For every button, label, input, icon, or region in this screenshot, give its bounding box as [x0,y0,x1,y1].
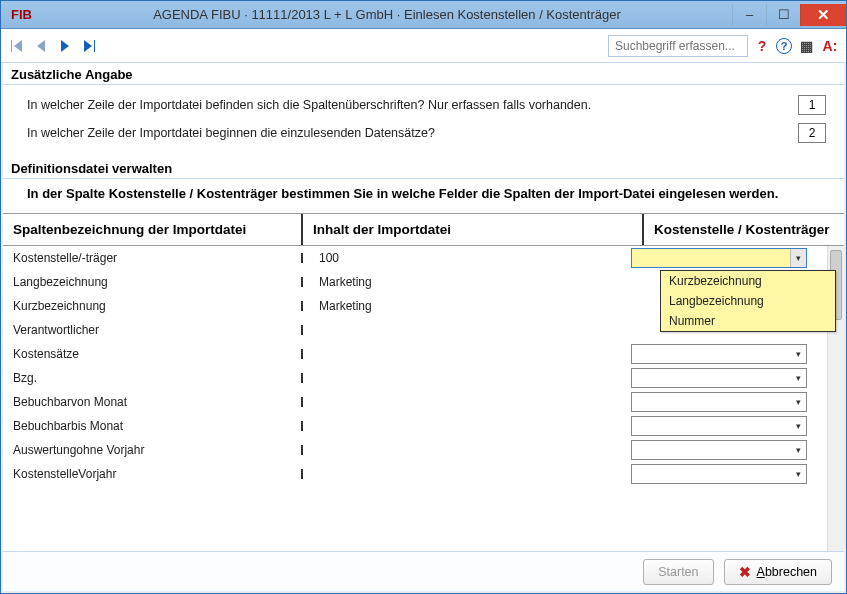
data-row-field: In welcher Zeile der Importdatei beginne… [3,119,844,147]
section-definition-title: Definitionsdatei verwalten [3,157,844,178]
nav-next-icon[interactable] [55,36,75,56]
grid-header-col2: Inhalt der Importdatei [303,214,644,245]
chevron-down-icon: ▾ [790,465,806,483]
cell-mapping: ▾ [631,368,817,388]
chevron-down-icon: ▾ [790,441,806,459]
section-additional-title: Zusätzliche Angabe [3,63,844,84]
window-buttons [732,4,846,26]
start-button[interactable]: Starten [643,559,713,585]
data-row-label: In welcher Zeile der Importdatei beginne… [27,126,788,140]
mapping-dropdown[interactable]: ▾ [631,464,807,484]
cell-import-content: Marketing [303,299,631,313]
content-area: Zusätzliche Angabe In welcher Zeile der … [1,63,846,593]
data-row-input[interactable] [798,123,826,143]
mapping-dropdown[interactable]: ▾ [631,368,807,388]
cell-import-column: Bebuchbarvon Monat [13,395,303,409]
cell-mapping: ▾ [631,392,817,412]
mapping-dropdown[interactable]: ▾ [631,344,807,364]
cell-import-column: Kostenstelle/-träger [13,251,303,265]
grid-header: Spaltenbezeichnung der Importdatei Inhal… [3,213,844,246]
table-row: Bzg.▾ [3,366,827,390]
minimize-button[interactable] [732,4,766,26]
cell-import-column: KostenstelleVorjahr [13,467,303,481]
table-row: Bebuchbarbis Monat▾ [3,414,827,438]
app-window: FIB AGENDA FIBU · 11111/2013 L + L GmbH … [0,0,847,594]
info-icon[interactable]: ? [776,38,792,54]
table-row: KostenstelleVorjahr▾ [3,462,827,486]
cell-import-column: Langbezeichnung [13,275,303,289]
table-row: Kostensätze▾ [3,342,827,366]
mapping-dropdown[interactable]: ▾ [631,416,807,436]
cell-mapping: ▾ [631,344,817,364]
cell-mapping: ▾ [631,416,817,436]
table-row: Bebuchbarvon Monat▾ [3,390,827,414]
mapping-dropdown[interactable]: ▾ [631,440,807,460]
instruction-text: In der Spalte Kostenstelle / Kostenträge… [3,179,844,213]
search-input[interactable] [608,35,748,57]
header-row-input[interactable] [798,95,826,115]
footer: Starten ✖Abbrechen [3,551,844,591]
dropdown-option[interactable]: Langbezeichnung [661,291,835,311]
cell-mapping: ▾ [631,440,817,460]
cell-mapping: ▾ [631,464,817,484]
header-row-label: In welcher Zeile der Importdatei befinde… [27,98,788,112]
cell-import-content: 100 [303,251,631,265]
cell-import-content: Marketing [303,275,631,289]
grid-header-col1: Spaltenbezeichnung der Importdatei [3,214,303,245]
cancel-x-icon: ✖ [739,564,751,580]
grid-body: Kostenstelle/-träger100▾LangbezeichnungM… [3,246,844,551]
cell-import-column: Verantwortlicher [13,323,303,337]
dropdown-popup: KurzbezeichnungLangbezeichnungNummer [660,270,836,332]
grid-header-col3: Kostenstelle / Kostenträger [644,214,844,245]
chevron-down-icon: ▾ [790,393,806,411]
header-row-field: In welcher Zeile der Importdatei befinde… [3,91,844,119]
toolbar: ? ? ▦ A: [1,29,846,63]
dropdown-option[interactable]: Kurzbezeichnung [661,271,835,291]
table-row: Kostenstelle/-träger100▾ [3,246,827,270]
dropdown-option[interactable]: Nummer [661,311,835,331]
chevron-down-icon: ▾ [790,345,806,363]
cell-import-column: Bebuchbarbis Monat [13,419,303,433]
maximize-button[interactable] [766,4,800,26]
titlebar: FIB AGENDA FIBU · 11111/2013 L + L GmbH … [1,1,846,29]
chevron-down-icon: ▾ [790,369,806,387]
mapping-dropdown[interactable]: ▾ [631,392,807,412]
close-button[interactable] [800,4,846,26]
window-title: AGENDA FIBU · 11111/2013 L + L GmbH · Ei… [42,7,732,22]
chevron-down-icon: ▾ [790,417,806,435]
cell-import-column: Bzg. [13,371,303,385]
calculator-icon[interactable]: ▦ [796,36,816,56]
nav-first-icon[interactable] [7,36,27,56]
nav-prev-icon[interactable] [31,36,51,56]
cancel-button[interactable]: ✖Abbrechen [724,559,832,585]
nav-last-icon[interactable] [79,36,99,56]
alert-icon[interactable]: A: [820,36,840,56]
help-icon[interactable]: ? [752,36,772,56]
cell-import-column: Auswertungohne Vorjahr [13,443,303,457]
cell-import-column: Kurzbezeichnung [13,299,303,313]
cell-import-column: Kostensätze [13,347,303,361]
mapping-dropdown[interactable]: ▾ [631,248,807,268]
cell-mapping: ▾ [631,248,817,268]
app-badge: FIB [1,7,42,22]
table-row: Auswertungohne Vorjahr▾ [3,438,827,462]
chevron-down-icon: ▾ [790,249,806,267]
